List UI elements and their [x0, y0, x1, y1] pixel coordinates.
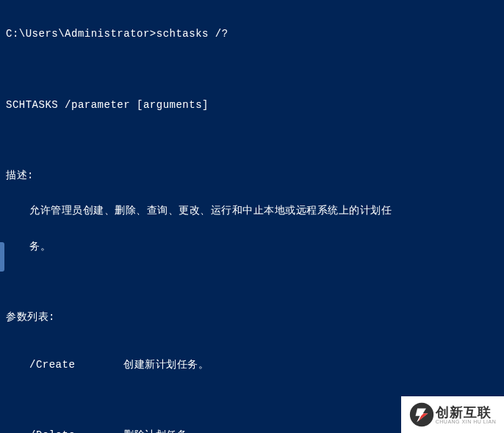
description-header: 描述:: [6, 170, 498, 181]
params-header: 参数列表:: [6, 311, 498, 323]
watermark-logo-icon: [409, 402, 434, 427]
prompt-line: C:\Users\Administrator>schtasks /?: [6, 28, 498, 40]
side-handle: [0, 242, 4, 272]
watermark-brand-en: CHUANG XIN HU LIAN: [436, 419, 497, 424]
usage-line: SCHTASKS /parameter [arguments]: [6, 99, 498, 111]
param-name: /Delete: [29, 429, 123, 433]
terminal-output: C:\Users\Administrator>schtasks /? SCHTA…: [0, 0, 504, 433]
param-name: /Create: [29, 359, 123, 371]
watermark-brand-cn: 创新互联: [436, 406, 497, 419]
watermark: 创新互联 CHUANG XIN HU LIAN: [401, 396, 504, 433]
param-row: /Create 创建新计划任务。: [6, 359, 498, 371]
watermark-text: 创新互联 CHUANG XIN HU LIAN: [436, 406, 497, 424]
description-text: 允许管理员创建、删除、查询、更改、运行和中止本地或远程系统上的计划任: [6, 205, 498, 216]
description-text: 务。: [6, 241, 498, 252]
param-desc: 创建新计划任务。: [123, 359, 498, 371]
